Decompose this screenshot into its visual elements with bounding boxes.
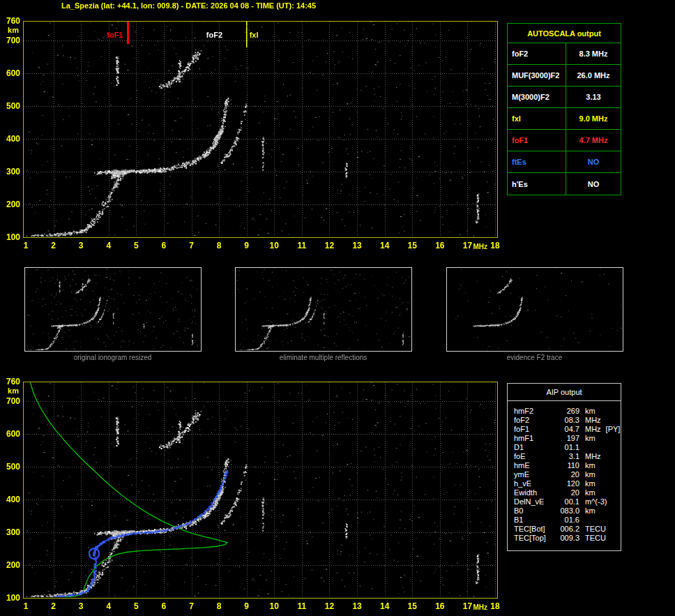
parameter-label: hmF1: [514, 434, 556, 443]
parameter-unit: km: [585, 470, 596, 479]
parameter-label: D1: [514, 443, 556, 452]
aip-row-fof1: foF104.7MHz[PY]: [514, 425, 621, 434]
autoscala-header: AUTOSCALA output: [508, 24, 621, 43]
parameter-value: 110: [556, 461, 579, 470]
parameter-unit: TECU: [585, 525, 606, 534]
parameter-value: 20: [556, 470, 579, 479]
parameter-value: 083.0: [556, 506, 579, 516]
parameter-unit: MHz: [585, 452, 601, 461]
parameter-label: B0: [514, 506, 556, 516]
parameter-value: 006.2: [556, 525, 579, 534]
parameter-value: 26.0 MHz: [566, 65, 621, 86]
autoscala-body: foF28.3 MHzMUF(3000)F226.0 MHzM(3000)F23…: [508, 43, 621, 195]
parameter-unit: m^(-3): [585, 497, 607, 506]
aip-row-deln-ve: DelN_vE00.1m^(-3): [514, 497, 621, 506]
parameter-label: foF2: [514, 416, 556, 425]
autoscala-row-fof1: foF14.7 MHz: [508, 130, 621, 151]
parameter-label: B1: [514, 516, 556, 525]
parameter-unit: km: [585, 461, 596, 470]
autoscala-row-h-es: h'EsNO: [508, 173, 621, 195]
autoscala-row-m-3000-f2: M(3000)F23.13: [508, 87, 621, 108]
parameter-label: foF2: [508, 43, 566, 64]
parameter-label: Ewidth: [514, 488, 556, 497]
parameter-unit: km: [585, 488, 596, 497]
parameter-value: 009.3: [556, 534, 579, 543]
parameter-unit: km: [585, 434, 596, 443]
thumbnail-caption-multiples: eliminate multiple reflections: [235, 354, 411, 361]
autoscala-output-panel: AUTOSCALA output foF28.3 MHzMUF(3000)F22…: [507, 23, 621, 195]
aip-row-hmf1: hmF1197km: [514, 434, 621, 443]
autoscala-row-fof2: foF28.3 MHz: [508, 43, 621, 65]
aip-output-panel: AIP output hmF2269kmfoF208.3MHzfoF104.7M…: [507, 383, 621, 551]
parameter-unit: MHz: [585, 416, 601, 425]
aip-row-fof2: foF208.3MHz: [514, 416, 621, 425]
parameter-unit: km: [585, 506, 596, 516]
parameter-label: ftEs: [508, 151, 566, 172]
parameter-label: DelN_vE: [514, 497, 556, 506]
aip-row-tec-top-: TEC[Top]009.3TECU: [514, 534, 621, 543]
parameter-value: 3.13: [566, 87, 621, 107]
aip-row-h-ve: h_vE120km: [514, 479, 621, 488]
autoscala-row-fxl: fxl9.0 MHz: [508, 108, 621, 130]
parameter-label: foF1: [508, 130, 566, 151]
parameter-value: 01.1: [556, 443, 579, 452]
aip-row-tec-bot-: TEC[Bot]006.2TECU: [514, 525, 621, 534]
parameter-value: 00.1: [556, 497, 579, 506]
parameter-label: TEC[Top]: [514, 534, 556, 543]
parameter-value: 20: [556, 488, 579, 497]
parameter-label: foE: [514, 452, 556, 461]
parameter-label: h_vE: [514, 479, 556, 488]
aip-row-ewidth: Ewidth20km: [514, 488, 621, 497]
parameter-label: h'Es: [508, 173, 566, 195]
autoscala-row-muf-3000-f2: MUF(3000)F226.0 MHz: [508, 65, 621, 87]
parameter-unit: km: [585, 407, 596, 416]
aip-header: AIP output: [508, 384, 621, 401]
parameter-value: 4.7 MHz: [566, 130, 621, 151]
parameter-note: [PY]: [606, 425, 621, 434]
parameter-label: TEC[Bot]: [514, 525, 556, 534]
parameter-label: ymE: [514, 470, 556, 479]
parameter-value: 9.0 MHz: [566, 108, 621, 129]
parameter-value: NO: [566, 151, 621, 172]
parameter-label: hmF2: [514, 407, 556, 416]
parameter-value: 120: [556, 479, 579, 488]
parameter-value: 269: [556, 407, 579, 416]
parameter-unit: TECU: [585, 534, 606, 543]
thumbnail-caption-original: original ionogram resized: [24, 354, 201, 361]
aip-row-foe: foE3.1MHz: [514, 452, 621, 461]
parameter-label: fxl: [508, 108, 566, 129]
thumbnail-caption-f2trace: evidence F2 trace: [446, 354, 623, 361]
parameter-unit: km: [585, 479, 596, 488]
aip-row-d1: D101.1: [514, 443, 621, 452]
aip-row-hme: hmE110km: [514, 461, 621, 470]
parameter-value: 01.6: [556, 516, 579, 525]
parameter-label: M(3000)F2: [508, 87, 566, 107]
aip-body: hmF2269kmfoF208.3MHzfoF104.7MHz[PY]hmF11…: [508, 401, 621, 543]
station-title: La_Spezia (lat: +44.1, lon: 009.8) - DAT…: [61, 1, 316, 10]
parameter-value: 3.1: [556, 452, 579, 461]
aip-row-b0: B0083.0km: [514, 506, 621, 516]
parameter-unit: MHz: [585, 425, 601, 434]
aip-row-hmf2: hmF2269km: [514, 407, 621, 416]
parameter-value: 197: [556, 434, 579, 443]
aip-row-yme: ymE20km: [514, 470, 621, 479]
parameter-label: MUF(3000)F2: [508, 65, 566, 86]
parameter-label: hmE: [514, 461, 556, 470]
parameter-value: 8.3 MHz: [566, 43, 621, 64]
parameter-label: foF1: [514, 425, 556, 434]
parameter-value: 08.3: [556, 416, 579, 425]
autoscala-row-ftes: ftEsNO: [508, 151, 621, 173]
parameter-value: 04.7: [556, 425, 579, 434]
parameter-value: NO: [566, 173, 621, 195]
aip-row-b1: B101.6: [514, 516, 621, 525]
